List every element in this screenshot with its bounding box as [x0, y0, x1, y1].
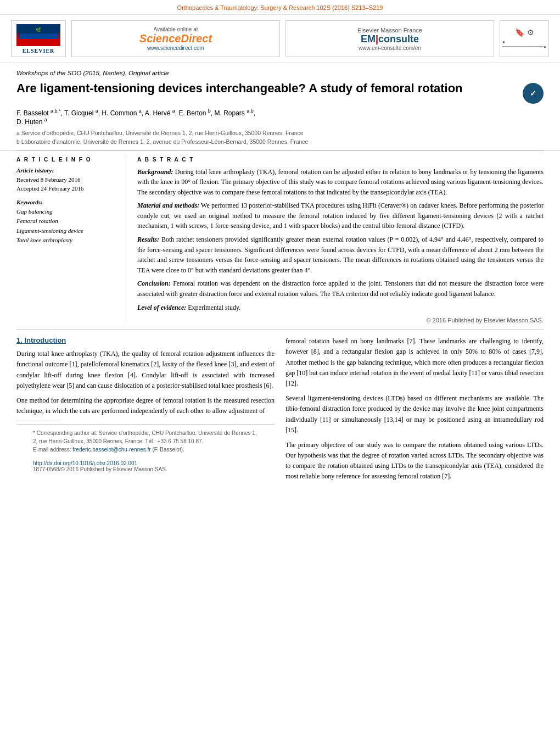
- bookmark-icon: 🔖: [515, 28, 524, 37]
- article-title: Are ligament-tensioning devices intercha…: [16, 81, 517, 97]
- abstract-evidence: Level of evidence: Experimental study.: [137, 303, 544, 313]
- abstract-methods: Material and methods: We performed 13 po…: [137, 200, 544, 231]
- svg-text:✓: ✓: [530, 89, 536, 98]
- results-label: Results:: [137, 236, 159, 243]
- keywords-section: Keywords: Gap balancing Femoral rotation…: [16, 199, 117, 246]
- authors-line: F. Basselot a,b,*, T. Gicquel a, H. Comm…: [16, 108, 544, 126]
- crossmark-badge: ✓: [523, 83, 544, 104]
- evidence-text: Experimental study.: [188, 304, 240, 311]
- journal-title: Orthopaedics & Traumatology: Surgery & R…: [177, 4, 383, 11]
- article-info-column: A R T I C L E I N F O Article history: R…: [16, 157, 126, 324]
- title-crossmark-container: Are ligament-tensioning devices intercha…: [16, 81, 544, 104]
- journal-header: Orthopaedics & Traumatology: Surgery & R…: [0, 0, 560, 15]
- footnote-text: * Corresponding author at: Service d'ort…: [33, 430, 257, 444]
- abstract-conclusion: Conclusion: Femoral rotation was depende…: [137, 278, 544, 299]
- sciencedirect-name: ScienceDirect: [139, 32, 212, 45]
- sciencedirect-box: Available online at ScienceDirect www.sc…: [71, 20, 280, 57]
- em-text: EM: [361, 34, 376, 44]
- abstract-heading: A B S T R A C T: [137, 157, 544, 163]
- affiliations: a Service d'orthopédie, CHU Pontchaillou…: [16, 129, 544, 147]
- settings-icon: ⚙: [527, 28, 534, 37]
- doi-section: http://dx.doi.org/10.1016/j.otsr.2016.02…: [16, 458, 275, 475]
- footnote-section: * Corresponding author at: Service d'ort…: [16, 424, 275, 458]
- introduction-heading: 1. Introduction: [16, 336, 275, 344]
- svg-rect-2: [19, 39, 58, 44]
- results-text: Both ratchet tensioners provided signifi…: [137, 236, 544, 274]
- abstract-text: Background: During total knee arthroplas…: [137, 167, 544, 313]
- article-info-heading: A R T I C L E I N F O: [16, 157, 117, 163]
- corner-info-box: 🔖 ⚙ ● ━━━━━━━━━━━━━━━●: [500, 20, 549, 57]
- body-section: 1. Introduction During total knee arthro…: [0, 330, 560, 493]
- background-label: Background:: [137, 168, 173, 176]
- article-header: Workshops of the SOO (2015, Nantes). Ori…: [0, 63, 560, 150]
- intro-paragraph-2: One method for determining the appropria…: [16, 395, 275, 416]
- email-label: E-mail address:: [33, 447, 71, 453]
- doi-url: http://dx.doi.org/10.1016/j.otsr.2016.02…: [33, 460, 258, 466]
- conclusion-text: Femoral rotation was dependent on the di…: [137, 280, 544, 298]
- authors-text: F. Basselot a,b,*, T. Gicquel a, H. Comm…: [16, 109, 255, 117]
- history-title: Article history:: [16, 167, 117, 174]
- body-right-column: femoral rotation based on bony landmarks…: [285, 336, 544, 486]
- elsevier-masson-box: Elsevier Masson France EM|consulte www.e…: [285, 20, 494, 57]
- abstract-results: Results: Both ratchet tensioners provide…: [137, 235, 544, 275]
- doi-issn: 1877-0568/© 2016 Published by Elsevier M…: [33, 466, 258, 472]
- intro-paragraph-1: During total knee arthroplasty (TKA), th…: [16, 349, 275, 391]
- keyword-4: Total knee arthroplasty: [16, 236, 117, 246]
- evidence-label: Level of evidence:: [137, 304, 186, 311]
- body-left-column: 1. Introduction During total knee arthro…: [16, 336, 275, 486]
- keyword-1: Gap balancing: [16, 207, 117, 217]
- abstract-background: Background: During total knee arthroplas…: [137, 167, 544, 198]
- available-online-text: Available online at: [154, 26, 198, 32]
- background-text: During total knee arthroplasty (TKA), fe…: [137, 168, 544, 196]
- right-paragraph-1: femoral rotation based on bony landmarks…: [285, 336, 544, 389]
- elsevier-logo-image: 🌿: [16, 24, 60, 46]
- corner-text: ● ━━━━━━━━━━━━━━━●: [502, 40, 546, 49]
- em-consulte-url: www.em-consulte.com/en: [359, 45, 421, 51]
- section-title-text: Introduction: [24, 336, 66, 344]
- affiliation-a: a Service d'orthopédie, CHU Pontchaillou…: [16, 129, 544, 138]
- right-paragraph-2: Several ligament-tensioning devices (LTD…: [285, 393, 544, 436]
- sciencedirect-url: www.sciencedirect.com: [147, 45, 204, 51]
- em-consulte-logo: EM|consulte: [361, 34, 419, 45]
- article-history-section: Article history: Received 8 February 201…: [16, 167, 117, 193]
- affiliation-b: b Laboratoire d'anatomie, Université de …: [16, 138, 544, 147]
- publisher-header: 🌿 ELSEVIER Available online at ScienceDi…: [0, 15, 560, 63]
- elsevier-logo: 🌿 ELSEVIER: [11, 20, 66, 57]
- abstract-column: A B S T R A C T Background: During total…: [137, 157, 544, 324]
- corner-icons: 🔖 ⚙: [515, 28, 534, 37]
- keywords-title: Keywords:: [16, 199, 117, 205]
- keywords-list: Gap balancing Femoral rotation Ligament-…: [16, 207, 117, 246]
- keyword-2: Femoral rotation: [16, 216, 117, 226]
- methods-label: Material and methods:: [137, 202, 199, 209]
- author-huten: D. Huten a: [16, 118, 47, 126]
- main-content: A R T I C L E I N F O Article history: R…: [0, 151, 560, 330]
- footnote-email: E-mail address: frederic.basselot@chu-re…: [33, 445, 258, 454]
- keyword-3: Ligament-tensioning device: [16, 226, 117, 236]
- right-paragraph-3: The primary objective of our study was t…: [285, 440, 544, 482]
- email-note: (F. Basselot).: [152, 447, 184, 453]
- elsevier-masson-label: Elsevier Masson France: [357, 27, 422, 34]
- accepted-date: Accepted 24 February 2016: [16, 184, 117, 193]
- copyright-line: © 2016 Published by Elsevier Masson SAS.: [137, 317, 544, 323]
- conclusion-label: Conclusion:: [137, 280, 171, 287]
- consulte-text: consulte: [378, 34, 419, 44]
- svg-rect-1: [19, 34, 58, 39]
- section-number: 1.: [16, 336, 23, 344]
- workshop-label: Workshops of the SOO (2015, Nantes). Ori…: [16, 70, 544, 76]
- received-date: Received 8 February 2016: [16, 175, 117, 185]
- email-address: frederic.basselot@chu-rennes.fr: [72, 447, 150, 453]
- footnote-star: * Corresponding author at: Service d'ort…: [33, 429, 258, 445]
- footnote-sep: [16, 421, 60, 421]
- elsevier-text: ELSEVIER: [23, 48, 55, 54]
- svg-text:🌿: 🌿: [36, 27, 41, 32]
